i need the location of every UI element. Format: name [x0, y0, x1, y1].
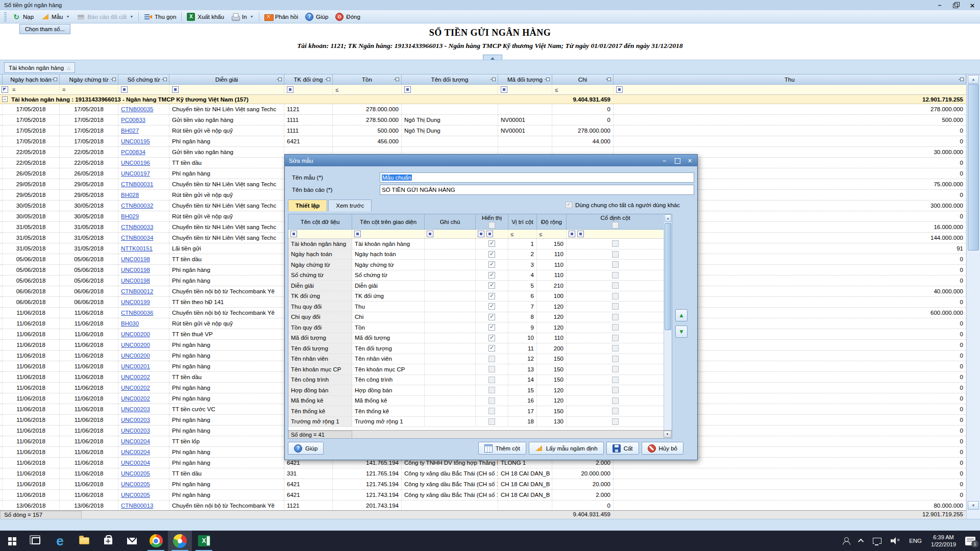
cell-5[interactable]: 6421 [284, 479, 333, 489]
store-taskbar-button[interactable] [96, 531, 120, 551]
dialog-table-row[interactable]: Mã đối tượngMã đối tượng10110 [288, 333, 672, 344]
document-link[interactable]: CTNB00033 [121, 224, 153, 230]
unchecked-checkbox[interactable] [612, 261, 619, 268]
dialog-cell-3[interactable] [425, 354, 476, 364]
tab-xem-truoc[interactable]: Xem trước [328, 199, 372, 211]
document-link[interactable]: CTNB00034 [121, 235, 153, 241]
cell-8[interactable] [498, 500, 552, 510]
dialog-cell-7[interactable] [567, 260, 665, 270]
column-header-9[interactable]: Chi [552, 74, 614, 85]
dialog-cell-5[interactable]: 1 [508, 239, 537, 249]
column-header-7[interactable]: Tên đối tượng [402, 74, 498, 85]
cell-2[interactable]: 11/06/2018 [60, 447, 118, 457]
cell-7[interactable] [402, 104, 498, 114]
cell-10[interactable]: 0 [614, 126, 966, 136]
cell-4[interactable]: Phí ngân hàng [169, 350, 284, 361]
filter-cell-6[interactable]: ≤ [333, 85, 402, 94]
dialog-cell-2[interactable]: Mã thống kê [352, 396, 425, 406]
cell-2[interactable]: 11/06/2018 [60, 329, 118, 339]
cell-3[interactable]: BH029 [118, 211, 169, 221]
checked-checkbox[interactable] [488, 261, 495, 268]
dialog-cell-5[interactable]: 3 [508, 260, 537, 270]
document-link[interactable]: UNC00196 [121, 160, 150, 166]
cell-2[interactable]: 06/06/2018 [60, 297, 118, 307]
dialog-cell-5[interactable]: 6 [508, 291, 537, 302]
cell-2[interactable]: 05/06/2018 [60, 276, 118, 286]
cell-3[interactable]: CTNB00036 [118, 308, 169, 318]
cell-4[interactable]: Phí ngân hàng [169, 136, 284, 146]
cell-2[interactable]: 13/06/2018 [60, 500, 118, 510]
cell-1[interactable]: 11/06/2018 [3, 458, 60, 468]
dialog-cell-6[interactable]: 110 [537, 270, 567, 281]
document-link[interactable]: PC00833 [121, 117, 145, 123]
unchecked-checkbox[interactable] [612, 335, 619, 341]
document-link[interactable]: CTNB00031 [121, 181, 153, 187]
cell-4[interactable]: Phí ngân hàng [169, 490, 284, 500]
collapse-group-icon[interactable]: − [2, 96, 8, 102]
table-row[interactable]: 17/05/201817/05/2018UNC00195Phí ngân hàn… [0, 136, 980, 147]
dialog-table-row[interactable]: Chi quy đổiChi8120 [288, 312, 672, 323]
cell-4[interactable]: Phí ngân hàng [169, 447, 284, 457]
cell-3[interactable]: UNC00204 [118, 458, 169, 468]
cell-3[interactable]: CTNB00031 [118, 179, 169, 189]
cell-3[interactable]: UNC00202 [118, 383, 169, 393]
cell-1[interactable]: 11/06/2018 [3, 361, 60, 371]
dialog-cell-6[interactable]: 150 [537, 239, 567, 249]
cell-9[interactable]: 2.000 [552, 490, 614, 500]
save-button[interactable]: Cất [606, 442, 639, 455]
cell-3[interactable]: UNC00204 [118, 436, 169, 446]
document-link[interactable]: CTNB00035 [121, 106, 153, 112]
dialog-cell-5[interactable]: 13 [508, 364, 537, 374]
cell-1[interactable]: 11/06/2018 [3, 383, 60, 393]
unchecked-checkbox[interactable] [612, 324, 619, 331]
document-link[interactable]: UNC00205 [121, 470, 150, 477]
cell-3[interactable]: UNC00197 [118, 168, 169, 179]
cell-3[interactable]: UNC00202 [118, 372, 169, 382]
cell-9[interactable]: 20.000 [552, 479, 614, 489]
cell-2[interactable]: 11/06/2018 [60, 308, 118, 318]
column-header-8[interactable]: Mã đối tượng [498, 74, 552, 85]
dialog-cell-7[interactable] [567, 364, 665, 374]
cell-4[interactable]: Chuyển tiền từ NH Liên Việt sang Techc [169, 201, 284, 211]
cell-6[interactable]: 121.765.194 [333, 468, 402, 479]
dialog-table-row[interactable]: Tên công trìnhTên công trình14150 [288, 375, 672, 386]
document-link[interactable]: PC00834 [121, 149, 145, 155]
dialog-cell-5[interactable]: 18 [508, 417, 537, 427]
misa-taskbar-button[interactable] [168, 531, 192, 551]
cell-6[interactable]: 121.743.194 [333, 490, 402, 500]
cell-4[interactable]: TT tiền cước VC [169, 404, 284, 414]
unchecked-checkbox[interactable] [612, 408, 619, 414]
cell-7[interactable]: Công ty xăng dầu Bắc Thái (CH số 18 [402, 479, 498, 489]
cell-2[interactable]: 31/05/2018 [60, 222, 118, 232]
cell-1[interactable]: 11/06/2018 [3, 350, 60, 361]
document-link[interactable]: BH030 [121, 320, 139, 327]
cell-9[interactable]: 0 [552, 500, 614, 510]
cell-4[interactable]: TT tiền dầu [169, 158, 284, 168]
dialog-cell-4[interactable] [476, 364, 508, 374]
dialog-cell-2[interactable]: Mã đối tượng [352, 333, 425, 343]
dialog-column-header-1[interactable]: Tên cột dữ liệu [288, 214, 352, 230]
dialog-cell-3[interactable] [425, 291, 476, 302]
cell-4[interactable]: TT tiền dầu [169, 254, 284, 264]
dialog-cell-1[interactable]: Trường mở rộng 1 [288, 417, 352, 427]
dialog-footer-dropdown-icon[interactable]: ▼ [664, 431, 671, 438]
toolbar-button-collapse[interactable]: Thu gọn [140, 11, 180, 22]
cell-2[interactable]: 11/06/2018 [60, 415, 118, 425]
cell-2[interactable]: 11/06/2018 [60, 350, 118, 361]
dialog-column-header-7[interactable]: Cố định cột [567, 214, 665, 230]
dialog-cell-4[interactable] [476, 375, 508, 385]
cell-8[interactable] [498, 136, 552, 146]
vertical-scrollbar[interactable]: ▲ ▼ [966, 74, 980, 519]
cell-4[interactable]: Gửi tiền vào ngân hàng [169, 115, 284, 125]
cell-6[interactable]: 201.743.194 [333, 500, 402, 510]
unchecked-checkbox[interactable] [612, 240, 619, 247]
dialog-cell-3[interactable] [425, 385, 476, 395]
cell-7[interactable] [402, 136, 498, 146]
dialog-column-header-3[interactable]: Ghi chú [425, 214, 476, 230]
toolbar-grip[interactable] [4, 12, 7, 21]
filter-cell-1[interactable]: = [3, 85, 60, 94]
cell-8[interactable] [498, 104, 552, 114]
cell-4[interactable]: Phí ngân hàng [169, 276, 284, 286]
unchecked-checkbox[interactable] [488, 356, 495, 362]
dialog-scrollbar-thumb[interactable] [665, 223, 671, 330]
